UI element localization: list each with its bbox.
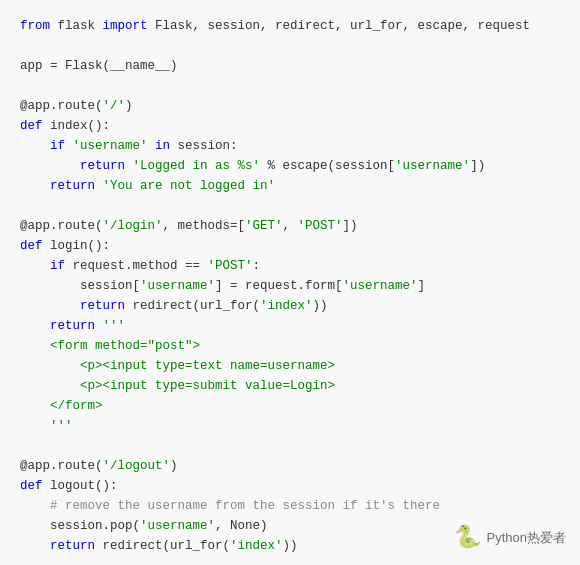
code-container: from flask import Flask, session, redire… (0, 0, 580, 565)
code-block: from flask import Flask, session, redire… (20, 16, 560, 565)
watermark-text: Python热爱者 (487, 529, 566, 547)
watermark-icon: 🐍 (454, 524, 481, 551)
watermark: 🐍 Python热爱者 (454, 524, 566, 551)
